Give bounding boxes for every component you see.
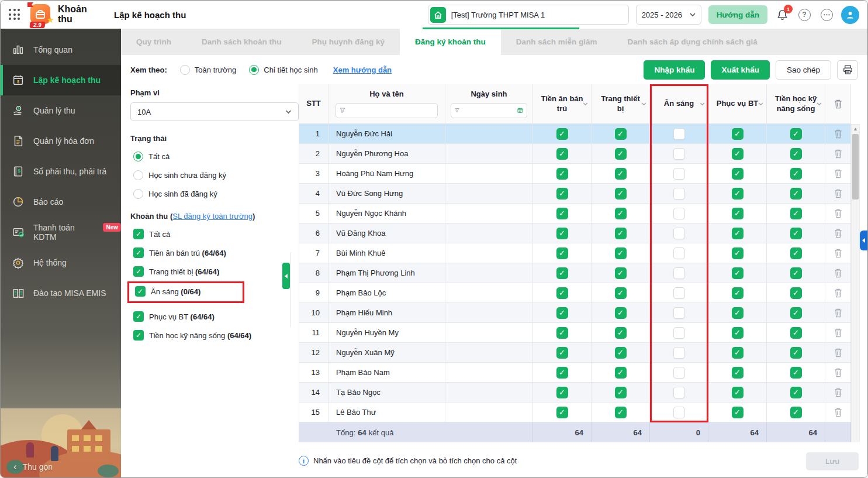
fee-checkbox-unchecked[interactable] [673, 168, 685, 180]
fee-checkbox-checked[interactable]: ✓ [615, 208, 627, 219]
trash-icon[interactable] [834, 308, 843, 318]
fee-checkbox-checked[interactable]: ✓ [556, 208, 568, 219]
tab-1[interactable]: Quy trình [121, 29, 186, 55]
radio-student-detail[interactable]: Chi tiết học sinh [249, 65, 318, 75]
fee-checkbox-unchecked[interactable] [673, 327, 685, 339]
fee-checkbox-unchecked[interactable] [673, 228, 685, 239]
print-button[interactable] [837, 60, 858, 80]
fee-checkbox-checked[interactable]: ✓ [790, 347, 802, 359]
fee-checkbox-checked[interactable]: ✓ [615, 407, 627, 418]
fee-checkbox-checked[interactable]: ✓ [615, 267, 627, 279]
fee-checkbox-checked[interactable]: ✓ [732, 407, 743, 418]
fee-checkbox-checked[interactable]: ✓ [556, 367, 568, 379]
radio-whole-school[interactable]: Toàn trường [180, 65, 236, 75]
birth-filter[interactable] [451, 103, 527, 118]
fee-checkbox-checked[interactable]: ✓ [732, 327, 743, 339]
fee-checkbox-checked[interactable]: ✓ [615, 128, 627, 140]
fee-checkbox-3[interactable]: ✓ Trang thiết bị (64/64) [133, 266, 299, 277]
fee-checkbox-checked[interactable]: ✓ [790, 128, 802, 140]
fee-checkbox-checked[interactable]: ✓ [732, 168, 743, 180]
fee-checkbox-checked[interactable]: ✓ [790, 407, 802, 418]
fee-checkbox-checked[interactable]: ✓ [732, 347, 743, 359]
fee-checkbox-checked[interactable]: ✓ [615, 387, 627, 398]
fee-checkbox-unchecked[interactable] [673, 148, 685, 160]
tab-4[interactable]: Đăng ký khoản thu [400, 29, 501, 55]
fee-checkbox-checked[interactable]: ✓ [615, 307, 627, 319]
view-guide-link[interactable]: Xem hướng dẫn [333, 66, 392, 74]
fee-checkbox-checked[interactable]: ✓ [732, 367, 743, 379]
fee-checkbox-checked[interactable]: ✓ [556, 407, 568, 418]
scope-select[interactable]: 10A [130, 102, 299, 121]
fee-checkbox-unchecked[interactable] [673, 188, 685, 200]
fee-checkbox-2[interactable]: ✓ Tiền ăn bán trú (64/64) [133, 247, 299, 258]
fee-checkbox-checked[interactable]: ✓ [615, 247, 627, 259]
trash-icon[interactable] [834, 268, 843, 278]
fee-checkbox-unchecked[interactable] [673, 208, 685, 219]
fee-checkbox-checked[interactable]: ✓ [732, 128, 743, 140]
fee-checkbox-checked[interactable]: ✓ [732, 208, 743, 219]
birth-filter-input[interactable] [462, 106, 514, 115]
fee-checkbox-checked[interactable]: ✓ [732, 247, 743, 259]
fee-checkbox-checked[interactable]: ✓ [732, 188, 743, 200]
fee-checkbox-checked[interactable]: ✓ [615, 168, 627, 180]
status-radio-2[interactable]: Học sinh chưa đăng ký [133, 170, 299, 180]
sidebar-item-1[interactable]: Tổng quan [1, 35, 121, 65]
fee-checkbox-checked[interactable]: ✓ [556, 148, 568, 160]
trash-icon[interactable] [834, 248, 843, 258]
col-birth[interactable]: Ngày sinh [445, 84, 533, 124]
save-button[interactable]: Lưu [806, 452, 859, 470]
fee-checkbox-unchecked[interactable] [673, 347, 685, 359]
fee-checkbox-checked[interactable]: ✓ [615, 347, 627, 359]
tab-3[interactable]: Phụ huynh đăng ký [297, 29, 400, 55]
tab-5[interactable]: Danh sách miễn giảm [501, 29, 613, 55]
status-radio-1[interactable]: Tất cả [133, 152, 299, 161]
trash-icon[interactable] [834, 168, 843, 178]
col-fee-3[interactable]: Ăn sáng [650, 84, 708, 124]
fee-summary-link[interactable]: SL đăng ký toàn trường [172, 212, 253, 221]
fee-checkbox-checked[interactable]: ✓ [615, 188, 627, 200]
fee-checkbox-unchecked[interactable] [673, 267, 685, 279]
trash-icon[interactable] [834, 328, 843, 338]
fee-checkbox-checked[interactable]: ✓ [790, 168, 802, 180]
school-selector[interactable]: [Test] Trường THPT MISA 1 [428, 5, 629, 25]
fee-checkbox-checked[interactable]: ✓ [790, 387, 802, 398]
fee-checkbox-checked[interactable]: ✓ [556, 387, 568, 398]
copy-button[interactable]: Sao chép [776, 60, 831, 80]
fee-checkbox-checked[interactable]: ✓ [790, 287, 802, 299]
trash-icon[interactable] [834, 288, 843, 298]
col-name[interactable]: Họ và tên [328, 84, 445, 124]
scrollbar-thumb[interactable] [852, 134, 859, 200]
tab-2[interactable]: Danh sách khoản thu [186, 29, 297, 55]
fee-checkbox-checked[interactable]: ✓ [556, 327, 568, 339]
fee-checkbox-checked[interactable]: ✓ [556, 267, 568, 279]
fee-checkbox-6[interactable]: ✓ Tiền học kỹ năng sống (64/64) [133, 330, 299, 341]
fee-checkbox-unchecked[interactable] [673, 407, 685, 418]
trash-icon[interactable] [834, 348, 843, 357]
trash-icon[interactable] [834, 188, 843, 198]
fee-checkbox-checked[interactable]: ✓ [556, 347, 568, 359]
tab-6[interactable]: Danh sách áp dụng chính sách giá [613, 29, 773, 55]
fee-checkbox-checked[interactable]: ✓ [556, 128, 568, 140]
table-scrollbar[interactable]: ▲ [851, 124, 860, 442]
col-fee-4[interactable]: Phục vụ BT [708, 84, 767, 124]
fee-checkbox-checked[interactable]: ✓ [790, 208, 802, 219]
fee-checkbox-checked[interactable]: ✓ [790, 307, 802, 319]
fee-checkbox-unchecked[interactable] [673, 128, 685, 140]
fee-checkbox-checked[interactable]: ✓ [732, 387, 743, 398]
trash-icon[interactable] [834, 387, 843, 397]
more-button[interactable]: ⋯ [819, 7, 834, 22]
app-grid-icon[interactable] [9, 9, 20, 20]
fee-checkbox-checked[interactable]: ✓ [615, 148, 627, 160]
sidebar-item-7[interactable]: Thanh toán KDTMNew [1, 217, 121, 247]
app-logo[interactable]: ★ 2.9 [29, 3, 52, 26]
col-fee-1[interactable]: Tiền ăn bán trú [533, 84, 592, 124]
notifications-button[interactable]: 1 [774, 7, 790, 22]
col-stt[interactable]: STT [299, 84, 328, 124]
trash-icon[interactable] [834, 367, 843, 377]
trash-icon[interactable] [834, 228, 843, 238]
name-filter[interactable] [336, 103, 438, 118]
sidebar-item-4[interactable]: Quản lý hóa đơn [1, 126, 121, 156]
sidebar-item-3[interactable]: $ Quản lý thu [1, 95, 121, 126]
fee-checkbox-unchecked[interactable] [673, 367, 685, 379]
fee-checkbox-checked[interactable]: ✓ [790, 228, 802, 239]
